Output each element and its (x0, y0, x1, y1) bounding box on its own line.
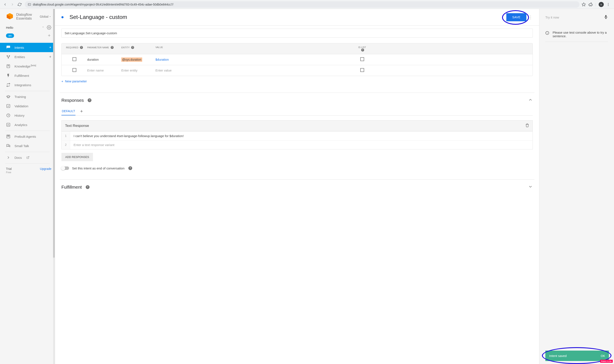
sidebar-item-entities[interactable]: Entities + (0, 52, 55, 62)
profile-avatar[interactable]: n (599, 2, 604, 7)
svg-point-12 (7, 55, 7, 56)
forward-button[interactable] (9, 1, 15, 7)
sidebar-item-integrations[interactable]: Integrations (0, 80, 55, 90)
url-bar[interactable]: dialogflow.cloud.google.com/#/agent/mypr… (25, 1, 579, 8)
browser-chrome-bar: dialogflow.cloud.google.com/#/agent/mypr… (0, 0, 614, 9)
delete-response-icon[interactable] (525, 123, 529, 128)
site-info-icon[interactable] (28, 3, 31, 6)
svg-point-10 (8, 47, 9, 47)
required-checkbox[interactable] (72, 57, 76, 61)
sidebar-item-training[interactable]: Training (0, 92, 55, 101)
response-row[interactable]: 1 I can't believe you understand #set-la… (62, 131, 532, 140)
free-label: Free (0, 171, 55, 174)
add-responses-button[interactable]: ADD RESPONSES (61, 153, 93, 161)
svg-point-2 (608, 3, 609, 4)
param-row[interactable]: duration @sys.duration $duration (62, 54, 532, 65)
sidebar-item-knowledge[interactable]: Knowledge[beta] (0, 62, 55, 71)
text-response-card: Text Response 1 I can't believe you unde… (61, 120, 533, 149)
svg-point-8 (48, 27, 50, 28)
parameters-table: REQUIRED ? PARAMETER NAME ? ENTITY ? VAL… (61, 43, 533, 76)
svg-rect-16 (7, 104, 10, 108)
info-icon (545, 31, 549, 35)
trial-label: Trial (6, 167, 12, 170)
response-row[interactable]: 2 Enter a text response variant (62, 140, 532, 149)
islist-checkbox[interactable] (360, 68, 364, 72)
add-language-button[interactable]: + (48, 33, 51, 38)
sidebar-scrollbar[interactable] (53, 9, 55, 364)
sidebar-item-intents[interactable]: Intents + (0, 43, 55, 52)
svg-rect-21 (9, 136, 9, 136)
help-icon[interactable]: ? (111, 46, 114, 49)
knowledge-icon (6, 64, 11, 68)
extensions-icon[interactable] (588, 2, 593, 7)
sidebar-item-analytics[interactable]: Analytics (0, 120, 55, 130)
sidebar-item-history[interactable]: History (0, 111, 55, 120)
agent-dropdown-icon[interactable] (42, 26, 44, 29)
svg-point-14 (8, 57, 9, 58)
product-name: Dialogflow Essentials (16, 13, 32, 20)
svg-point-13 (9, 55, 10, 56)
param-row-empty[interactable]: Enter name Enter entity Enter value (62, 65, 532, 76)
paintx-watermark: Point X Lite (600, 360, 613, 363)
end-conversation-toggle[interactable] (61, 167, 69, 170)
toast-ok-button[interactable]: OK (601, 354, 605, 358)
sidebar-item-prebuilt[interactable]: Prebuilt Agents (0, 132, 55, 141)
islist-checkbox[interactable] (360, 57, 364, 61)
reload-button[interactable] (17, 1, 23, 7)
region-selector[interactable]: Global (40, 15, 51, 18)
history-icon (6, 113, 11, 118)
smalltalk-icon (6, 143, 11, 148)
more-menu-icon[interactable]: ⋮ (529, 15, 533, 20)
dialogflow-logo-icon (6, 13, 14, 20)
sidebar-item-docs[interactable]: Docs (0, 153, 55, 162)
chrome-menu-icon[interactable] (606, 2, 610, 6)
entity-chip[interactable]: @sys.duration (121, 57, 142, 62)
help-icon[interactable]: ? (88, 98, 91, 102)
sidebar-item-fulfillment[interactable]: Fulfillment (0, 71, 55, 80)
responses-section-title: Responses (61, 98, 84, 103)
bookmark-star-icon[interactable] (582, 2, 586, 7)
try-it-input[interactable]: Try it now (545, 15, 602, 19)
microphone-icon[interactable] (604, 15, 608, 20)
svg-rect-20 (7, 136, 8, 136)
sidebar-item-validation[interactable]: Validation (0, 101, 55, 111)
tab-default[interactable]: DEFAULT (61, 107, 75, 115)
expand-icon[interactable] (528, 184, 533, 190)
back-button[interactable] (2, 1, 8, 7)
svg-point-3 (608, 4, 609, 5)
gear-icon[interactable] (47, 25, 51, 30)
new-parameter-button[interactable]: + New parameter (61, 79, 87, 83)
add-intent-button[interactable]: + (49, 45, 51, 50)
fulfillment-icon (6, 73, 11, 78)
training-icon (6, 94, 11, 99)
url-text: dialogflow.cloud.google.com/#/agent/mypr… (33, 3, 173, 6)
svg-point-4 (608, 5, 609, 6)
sidebar-item-smalltalk[interactable]: Small Talk (0, 141, 55, 151)
integrations-icon (6, 83, 11, 87)
help-icon[interactable]: ? (86, 185, 90, 189)
status-dot (61, 16, 64, 18)
help-icon[interactable]: ? (131, 46, 134, 49)
add-tab-button[interactable]: + (80, 109, 83, 114)
agent-name[interactable]: Hello (6, 26, 40, 29)
entities-icon (6, 54, 11, 59)
collapse-icon[interactable] (528, 97, 533, 103)
sidebar: Dialogflow Essentials Global Hello en + … (0, 9, 55, 364)
context-input[interactable]: Set-Language.Set-Language-custom (61, 28, 533, 38)
plus-icon: + (61, 79, 63, 83)
upgrade-link[interactable]: Upgrade (40, 167, 51, 170)
fulfillment-section-title: Fulfillment (61, 184, 82, 190)
required-checkbox[interactable] (72, 68, 76, 72)
save-button[interactable]: SAVE (506, 13, 526, 21)
validation-icon (6, 104, 11, 108)
help-icon[interactable]: ? (128, 166, 132, 170)
help-icon[interactable]: ? (361, 49, 364, 52)
intents-icon (6, 45, 11, 50)
language-chip[interactable]: en (6, 33, 14, 38)
analytics-icon (6, 122, 11, 127)
caret-down-icon (49, 15, 51, 18)
intent-title[interactable]: Set-Language - custom (70, 14, 127, 20)
add-entity-button[interactable]: + (49, 55, 51, 59)
intent-header: Set-Language - custom SAVE ⋮ (55, 9, 539, 26)
help-icon[interactable]: ? (80, 46, 83, 49)
